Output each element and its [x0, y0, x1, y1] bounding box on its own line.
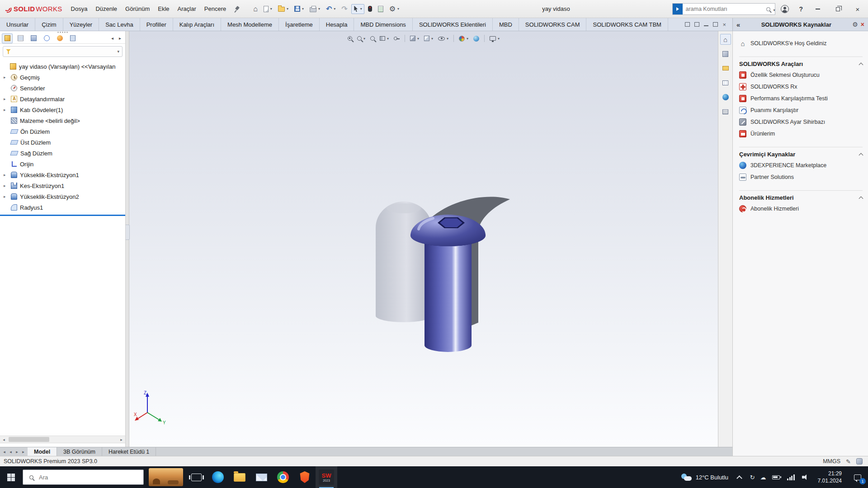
update-refresh-icon[interactable]: ↻ [747, 474, 758, 481]
tab-scroll-right-icon[interactable]: ▸ [117, 34, 123, 42]
first-tab-icon[interactable]: ◂ [1, 450, 7, 454]
menu-duzenle[interactable]: Düzenle [91, 0, 121, 18]
rollback-bar[interactable] [0, 215, 125, 216]
brave-app-button[interactable] [294, 466, 316, 488]
tree-item-origin[interactable]: Orijin [0, 159, 125, 169]
help-icon[interactable]: ? [794, 5, 807, 13]
panel-collapse-handle[interactable] [126, 225, 130, 240]
file-explorer-button[interactable] [720, 63, 731, 74]
hide-show-items-button[interactable] [438, 37, 448, 41]
options-button[interactable]: ⚙ [387, 4, 401, 14]
scrollbar-track[interactable] [8, 436, 118, 443]
doc-maximize-icon[interactable] [713, 22, 718, 27]
expand-arrow-icon[interactable] [4, 108, 11, 112]
tree-item-material[interactable]: Malzeme <belirli değil> [0, 115, 125, 126]
taskbar-clock[interactable]: 21:29 7.01.2024 [812, 470, 847, 484]
tree-item-top-plane[interactable]: Üst Düzlem [0, 137, 125, 148]
featuremanager-tab[interactable] [2, 33, 13, 43]
units-label[interactable]: MMGS [823, 458, 840, 465]
tab-solidworks-eklentileri[interactable]: SOLIDWORKS Eklentileri [413, 18, 493, 31]
zoom-area-button[interactable] [357, 36, 365, 41]
minimize-button[interactable] [808, 0, 827, 18]
menu-araclar[interactable]: Araçlar [174, 0, 200, 18]
tab-scroll-left-icon[interactable]: ◂ [109, 34, 116, 42]
view-palette-button[interactable] [720, 106, 731, 117]
tab-kalip-araclari[interactable]: Kalıp Araçları [173, 18, 221, 31]
collapse-pane-icon[interactable]: « [736, 21, 740, 28]
pinned-photo-thumbnail[interactable] [146, 466, 185, 488]
user-account-icon[interactable] [781, 5, 789, 13]
tray-expand-icon[interactable] [736, 475, 742, 481]
menu-ekle[interactable]: Ekle [154, 0, 173, 18]
expand-arrow-icon[interactable] [4, 183, 11, 188]
undo-button[interactable]: ↶ [324, 4, 338, 14]
design-library-button[interactable] [720, 48, 731, 59]
select-tool-button[interactable] [351, 4, 364, 14]
print-button[interactable] [307, 4, 322, 14]
doc-minimize-icon[interactable] [704, 25, 708, 26]
link-solidworks-rx[interactable]: SOLIDWORKS Rx [739, 81, 863, 93]
link-property-tab-builder[interactable]: Özellik Sekmesi Oluşturucu [739, 69, 863, 81]
configurationmanager-tab[interactable] [28, 33, 39, 43]
tree-horizontal-scrollbar[interactable]: ◂ ▸ [0, 436, 125, 443]
task-pane-gear-icon[interactable]: ⚙ [852, 21, 858, 28]
task-pane-close-icon[interactable]: × [861, 21, 864, 28]
taskbar-search[interactable] [23, 469, 144, 485]
command-search[interactable] [672, 3, 775, 15]
link-compare-score[interactable]: Puanımı Karşılaştır [739, 104, 863, 116]
menu-pencere[interactable]: Pencere [200, 0, 230, 18]
file-explorer-app-button[interactable] [229, 466, 250, 488]
chrome-app-button[interactable] [272, 466, 294, 488]
tab-yuzeyler[interactable]: Yüzeyler [63, 18, 99, 31]
apply-scene-button[interactable] [473, 36, 479, 42]
welcome-link[interactable]: ⌂ SOLIDWORKS'e Hoş Geldiniz [739, 38, 863, 49]
section-view-button[interactable] [380, 36, 389, 41]
status-corner-icon[interactable] [856, 458, 863, 465]
doc-restore-icon[interactable] [685, 22, 690, 27]
start-button[interactable] [0, 466, 22, 488]
prev-tab-icon[interactable]: ◂ [8, 450, 14, 454]
doc-close-icon[interactable]: × [722, 22, 726, 28]
zoom-fit-button[interactable] [348, 36, 352, 41]
collapse-section-icon[interactable] [859, 63, 863, 67]
edit-appearance-button[interactable] [459, 36, 468, 42]
propertymanager-tab[interactable] [15, 33, 26, 43]
tree-item-front-plane[interactable]: Ön Düzlem [0, 126, 125, 137]
tab-motion-study[interactable]: Hareket Etüdü 1 [102, 447, 156, 456]
tree-filter-box[interactable]: ▾ [3, 46, 123, 57]
link-partner-solutions[interactable]: Partner Solutions [739, 171, 863, 183]
screw-body[interactable] [425, 239, 472, 352]
open-button[interactable] [276, 4, 291, 14]
doc-cascade-icon[interactable] [694, 22, 699, 27]
collapse-section-icon[interactable] [859, 197, 863, 201]
restore-button[interactable] [828, 0, 847, 18]
mouse-gestures-button[interactable] [366, 4, 374, 14]
link-subscription-services[interactable]: Abonelik Hizmetleri [739, 203, 863, 215]
previous-view-button[interactable] [370, 36, 375, 41]
menu-gorunum[interactable]: Görünüm [121, 0, 154, 18]
displaymanager-tab[interactable] [54, 33, 65, 43]
redo-button[interactable]: ↷ [339, 4, 349, 14]
next-tab-icon[interactable]: ▸ [14, 450, 20, 454]
view-settings-button[interactable] [490, 36, 500, 41]
tab-profiller[interactable]: Profiller [140, 18, 173, 31]
appearances-scenes-button[interactable] [720, 92, 731, 103]
edit-pencil-icon[interactable]: ✎ [846, 458, 851, 465]
volume-icon[interactable] [802, 474, 809, 480]
taskbar-search-input[interactable] [39, 474, 139, 481]
battery-icon[interactable] [772, 475, 780, 479]
tree-item-solid-bodies[interactable]: Katı Gövdeler(1) [0, 104, 125, 115]
new-document-button[interactable] [261, 4, 274, 14]
tab-solidworks-cam-tbm[interactable]: SOLIDWORKS CAM TBM [586, 18, 668, 31]
expand-arrow-icon[interactable] [4, 194, 11, 199]
link-performance-benchmark[interactable]: Performans Karşılaştırma Testi [739, 93, 863, 104]
menu-dosya[interactable]: Dosya [67, 0, 92, 18]
view-orientation-button[interactable] [410, 36, 419, 41]
scroll-right-icon[interactable]: ▸ [118, 436, 125, 443]
tab-solidworks-cam[interactable]: SOLIDWORKS CAM [519, 18, 587, 31]
tab-isaretleme[interactable]: İşaretleme [279, 18, 320, 31]
tree-item-boss-extrude2[interactable]: Yükseklik-Ekstrüzyon2 [0, 191, 125, 202]
display-style-button[interactable] [424, 36, 433, 41]
network-icon[interactable] [787, 474, 795, 480]
tree-item-sensors[interactable]: Sensörler [0, 83, 125, 94]
